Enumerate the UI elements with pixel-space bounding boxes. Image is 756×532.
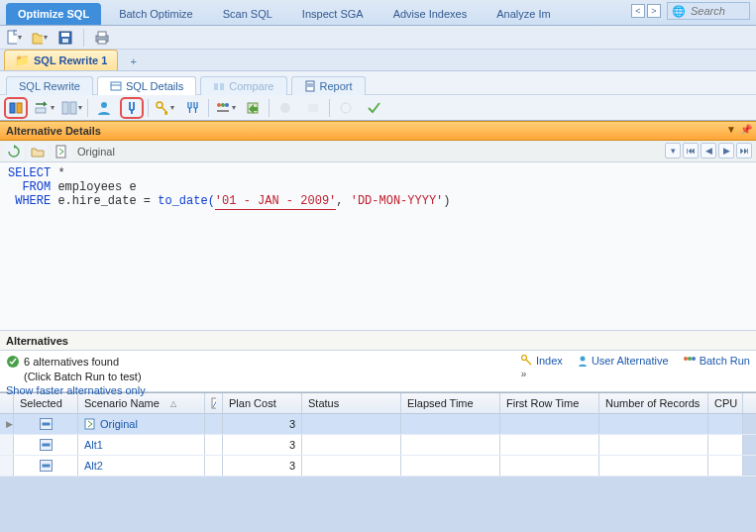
double-fork-button[interactable]	[180, 97, 204, 119]
nav-last-button[interactable]: ⏭	[736, 143, 752, 159]
sub-tab-compare[interactable]: Compare	[200, 76, 286, 95]
row-handle[interactable]	[0, 456, 14, 476]
open-file-button[interactable]: ▾	[32, 30, 48, 46]
user-alternative-link[interactable]: User Alternative	[577, 355, 669, 367]
nav-prev-button[interactable]: ◀	[701, 143, 716, 159]
add-document-tab[interactable]: +	[122, 53, 144, 70]
alternatives-grid: Selected Scenario Name △ Plan Cost Statu…	[0, 392, 756, 477]
tab-scan-sql[interactable]: Scan SQL	[211, 3, 284, 25]
search-input[interactable]	[689, 4, 738, 18]
col-header-cpu[interactable]: CPU	[708, 393, 743, 413]
cell-icon	[205, 414, 223, 434]
batch-run-link[interactable]: Batch Run	[683, 355, 750, 367]
arrow-button[interactable]: ▾	[32, 97, 55, 119]
user-alt-label: User Alternative	[592, 355, 669, 367]
search-box[interactable]: 🌐	[667, 2, 750, 20]
svg-rect-4	[62, 39, 68, 43]
tab-analyze-impact[interactable]: Analyze Im	[485, 3, 562, 25]
nav-next-button[interactable]: ▶	[718, 143, 734, 159]
col-header-plan-cost[interactable]: Plan Cost	[223, 393, 302, 413]
toolbar-divider	[87, 99, 88, 117]
tab-batch-optimize[interactable]: Batch Optimize	[107, 3, 205, 25]
nav-first-button[interactable]: ⏮	[683, 143, 699, 159]
cell-scenario-name[interactable]: Original	[78, 414, 205, 434]
cell-cpu	[708, 456, 743, 476]
col-header-status[interactable]: Status	[302, 393, 401, 413]
sql-code-area[interactable]: SELECT * FROM employees e WHERE e.hire_d…	[0, 162, 756, 331]
cell-records	[599, 435, 708, 455]
search-globe-icon: 🌐	[672, 5, 686, 18]
refresh-button[interactable]	[4, 143, 24, 160]
cell-scenario-name[interactable]: Alt1	[78, 435, 205, 455]
new-file-button[interactable]: ▾	[6, 30, 22, 46]
cell-plan-cost: 3	[223, 414, 302, 434]
nav-prev-button[interactable]: <	[631, 4, 645, 18]
sub-tab-report[interactable]: Report	[291, 76, 366, 95]
cell-selected[interactable]	[14, 456, 78, 476]
row-handle[interactable]	[0, 435, 14, 455]
index-link[interactable]: Index	[521, 355, 563, 367]
col-header-selected[interactable]: Selected	[14, 393, 78, 413]
col-header-icon[interactable]	[205, 393, 223, 413]
tuning-fork-button[interactable]	[120, 97, 144, 119]
user-button[interactable]	[92, 97, 116, 119]
batch-run-button[interactable]: ▾	[213, 97, 237, 119]
col-header-scenario[interactable]: Scenario Name △	[78, 393, 205, 413]
folder-button[interactable]	[28, 143, 48, 160]
save-button[interactable]	[57, 30, 73, 46]
folder-icon: 📁	[15, 53, 30, 67]
toolbar-divider	[208, 99, 209, 117]
table-row[interactable]: ▶ Original 3	[0, 414, 756, 435]
table-row[interactable]: Alt1 3	[0, 435, 756, 456]
svg-point-20	[101, 102, 107, 108]
code-text: *	[51, 166, 64, 180]
dropdown-icon[interactable]: ▼	[726, 124, 736, 135]
tab-inspect-sga[interactable]: Inspect SGA	[290, 3, 376, 25]
svg-rect-18	[62, 102, 68, 114]
pin-icon[interactable]: 📌	[740, 124, 752, 135]
sub-tab-label: SQL Details	[126, 80, 183, 92]
code-text: ,	[336, 194, 350, 208]
compare-icon	[213, 80, 225, 92]
optimize-button[interactable]	[4, 97, 28, 119]
col-header-records[interactable]: Number of Records	[599, 393, 708, 413]
tab-optimize-sql[interactable]: Optimize SQL	[6, 3, 101, 25]
svg-rect-19	[70, 102, 76, 114]
sub-tab-sql-details[interactable]: SQL Details	[97, 76, 196, 95]
cell-icon	[205, 435, 223, 455]
toolbar-divider	[148, 99, 149, 117]
key-button[interactable]: ▾	[153, 97, 176, 119]
code-nav-buttons: ▾ ⏮ ◀ ▶ ⏭	[665, 143, 752, 159]
script-button[interactable]	[52, 143, 71, 160]
cell-first-row-time	[500, 414, 599, 434]
sub-tab-bar: SQL Rewrite SQL Details Compare Report	[0, 71, 756, 95]
code-dropdown-button[interactable]: ▾	[665, 143, 681, 159]
tab-advise-indexes[interactable]: Advise Indexes	[381, 3, 480, 25]
row-handle[interactable]: ▶	[0, 414, 14, 434]
layout-button[interactable]: ▾	[59, 97, 83, 119]
sub-tab-label: Report	[320, 80, 353, 92]
deploy-button[interactable]	[241, 97, 265, 119]
expand-chevron[interactable]: »	[521, 369, 527, 379]
cell-selected[interactable]	[14, 414, 78, 434]
check-button[interactable]	[362, 97, 385, 119]
table-row[interactable]: Alt2 3	[0, 456, 756, 477]
svg-rect-6	[98, 32, 106, 37]
cell-scenario-name[interactable]: Alt2	[78, 456, 205, 476]
cell-records	[599, 414, 708, 434]
svg-rect-27	[308, 104, 318, 112]
col-header-first-row[interactable]: First Row Time	[500, 393, 599, 413]
nav-next-button[interactable]: >	[647, 4, 661, 18]
sub-tab-sql-rewrite[interactable]: SQL Rewrite	[6, 76, 93, 95]
function-to-date: to_date(	[158, 194, 215, 208]
svg-rect-3	[61, 33, 69, 37]
svg-point-31	[521, 356, 526, 361]
keyword-select: SELECT	[8, 166, 51, 180]
original-label: Original	[75, 146, 115, 158]
print-button[interactable]	[94, 30, 110, 46]
cell-selected[interactable]	[14, 435, 78, 455]
doc-tab-sql-rewrite-1[interactable]: 📁 SQL Rewrite 1	[4, 50, 118, 70]
alternative-details-header: Alternative Details ▼ 📌	[0, 121, 756, 141]
col-header-elapsed[interactable]: Elapsed Time	[401, 393, 500, 413]
keyword-where: WHERE	[15, 194, 51, 208]
